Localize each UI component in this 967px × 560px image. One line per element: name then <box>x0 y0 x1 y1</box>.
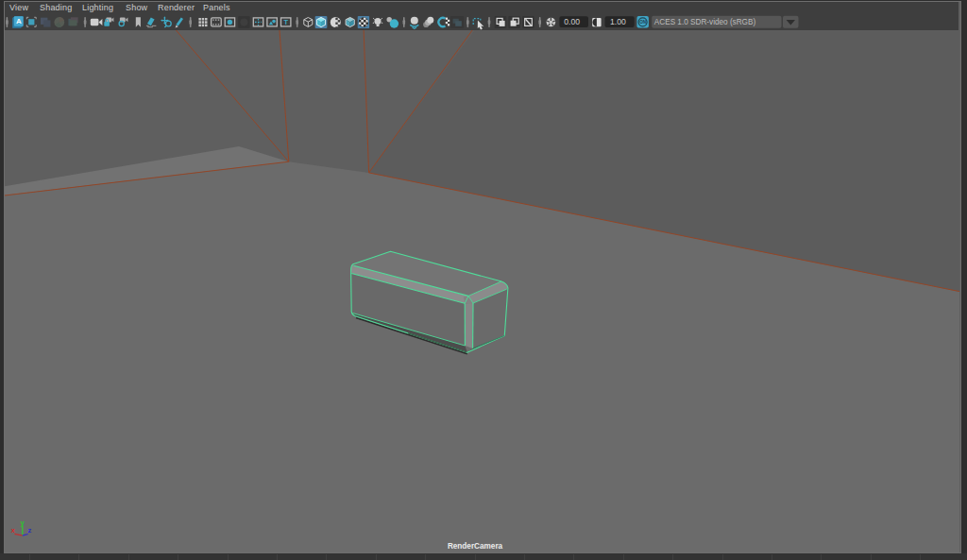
svg-text:ON: ON <box>639 20 647 25</box>
svg-text:z: z <box>28 526 32 535</box>
svg-text:RenderCamera: RenderCamera <box>448 542 503 551</box>
svg-text:1.00: 1.00 <box>610 17 626 26</box>
svg-text:0.00: 0.00 <box>564 17 580 26</box>
svg-text:A: A <box>16 17 22 25</box>
svg-text:ACES 1.0 SDR-video (sRGB): ACES 1.0 SDR-video (sRGB) <box>654 18 756 26</box>
svg-text:T: T <box>283 18 288 26</box>
